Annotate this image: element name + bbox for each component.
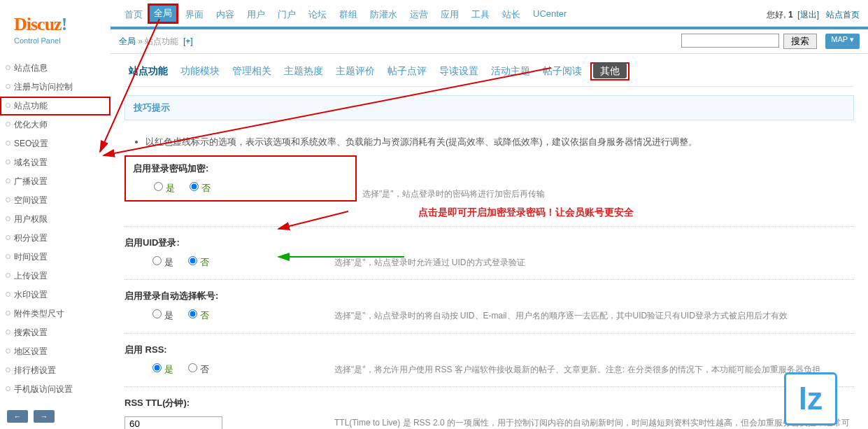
nav-global[interactable]: 全局: [148, 3, 178, 24]
rss-yes[interactable]: 是: [152, 364, 173, 374]
nav-item[interactable]: UCenter: [527, 6, 572, 24]
tab-item[interactable]: 主题热度: [280, 63, 327, 80]
site-home-link[interactable]: 站点首页: [826, 10, 860, 20]
nav-item[interactable]: 界面: [180, 6, 209, 24]
autoacct-yes[interactable]: 是: [152, 310, 173, 321]
sidebar-item[interactable]: 手机版访问设置: [0, 380, 111, 399]
encrypt-no[interactable]: 否: [190, 183, 211, 193]
sidebar-item[interactable]: 域名设置: [0, 153, 111, 172]
tab-item[interactable]: 帖子阅读: [539, 63, 586, 80]
tip-body: 以红色虚线标示的选项，表示该选项和系统效率、负载能力与资源消耗有关(提高效率、或…: [124, 129, 854, 155]
rssttl-label: RSS TTL(分钟):: [124, 397, 854, 409]
logo: Discuz! Control Panel: [0, 0, 111, 52]
nav-item[interactable]: 用户: [241, 6, 271, 24]
sidebar-item[interactable]: 时间设置: [0, 248, 111, 267]
map-button[interactable]: MAP ▾: [825, 34, 860, 49]
rss-desc: 选择"是"，将允许用户使用 RSS 客户端软件接收最新的帖子、文章更新。注意: …: [334, 363, 854, 377]
tab-main[interactable]: 站点功能: [124, 63, 172, 80]
tab-item[interactable]: 活动主题: [487, 63, 534, 80]
tab-item[interactable]: 主题评价: [332, 63, 379, 80]
sidebar-item[interactable]: SEO设置: [0, 134, 111, 153]
sidebar-item[interactable]: 上传设置: [0, 267, 111, 286]
uid-yes[interactable]: 是: [152, 257, 173, 267]
rss-label: 启用 RSS:: [124, 344, 854, 356]
top-nav: 首页 全局 界面 内容 用户 门户 论坛 群组 防灌水 运营 应用 工具 站长 …: [119, 6, 767, 24]
uid-label: 启用UID登录:: [124, 237, 854, 249]
tab-other[interactable]: 其他: [593, 63, 627, 78]
sub-tabs: 站点功能 功能模块 管理相关 主题热度 主题评价 帖子点评 导读设置 活动主题 …: [124, 62, 854, 87]
autoacct-no[interactable]: 否: [188, 310, 209, 321]
uid-no[interactable]: 否: [188, 257, 209, 267]
nav-item[interactable]: 论坛: [303, 6, 332, 24]
logout-link[interactable]: [退出]: [797, 10, 819, 20]
nav-item[interactable]: 门户: [272, 6, 301, 24]
nav-home[interactable]: 首页: [119, 6, 148, 24]
rssttl-input[interactable]: [124, 416, 222, 429]
sidebar-item[interactable]: 积分设置: [0, 229, 111, 248]
encrypt-desc: 选择"是"，站点登录时的密码将进行加密后再传输: [362, 188, 854, 201]
sidebar-item-active[interactable]: 站点功能: [0, 97, 111, 115]
nav-next-icon[interactable]: →: [34, 410, 55, 423]
rssttl-desc: TTL(Time to Live) 是 RSS 2.0 的一项属性，用于控制订阅…: [334, 416, 854, 429]
user-info: 您好, 1 [退出] 站点首页: [767, 9, 860, 21]
tab-item[interactable]: 导读设置: [435, 63, 483, 80]
sidebar-item[interactable]: 排行榜设置: [0, 361, 111, 380]
nav-item[interactable]: 运营: [404, 6, 434, 24]
annotation-note: 点击是即可开启加密登录密码！让会员账号更安全: [418, 206, 854, 219]
encrypt-yes[interactable]: 是: [154, 183, 175, 193]
autoacct-desc: 选择"是"，站点登录时的将自动按 UID、E-mail、用户名的顺序逐一去匹配，…: [334, 309, 854, 323]
sidebar: 站点信息 注册与访问控制 站点功能 优化大师 SEO设置 域名设置 广播设置 空…: [0, 52, 111, 406]
nav-item[interactable]: 站长: [497, 6, 526, 24]
sidebar-item[interactable]: 用户权限: [0, 210, 111, 229]
nav-prev-icon[interactable]: ←: [7, 410, 28, 423]
autoacct-label: 启用登录自动选择帐号:: [124, 290, 854, 302]
nav-item[interactable]: 内容: [211, 6, 240, 24]
nav-item[interactable]: 群组: [334, 6, 363, 24]
nav-item[interactable]: 应用: [435, 6, 464, 24]
tab-item[interactable]: 管理相关: [228, 63, 276, 80]
sidebar-item[interactable]: 广播设置: [0, 172, 111, 191]
encrypt-label: 启用登录密码加密:: [126, 162, 348, 175]
uid-desc: 选择"是"，站点登录时允许通过 UID的方式登录验证: [334, 256, 854, 269]
sidebar-item[interactable]: 站点信息: [0, 59, 111, 78]
search-button[interactable]: 搜索: [783, 34, 817, 49]
sidebar-item[interactable]: 地区设置: [0, 342, 111, 361]
search-input[interactable]: [681, 34, 779, 48]
sidebar-item[interactable]: 优化大师: [0, 115, 111, 134]
breadcrumb: 全局 » 站点功能 [+]: [119, 36, 681, 48]
sidebar-item[interactable]: 空间设置: [0, 191, 111, 210]
sidebar-item[interactable]: 注册与访问控制: [0, 78, 111, 97]
sidebar-item[interactable]: 水印设置: [0, 286, 111, 304]
sidebar-item[interactable]: 附件类型尺寸: [0, 304, 111, 323]
nav-item[interactable]: 防灌水: [364, 6, 403, 24]
tip-box: 技巧提示: [124, 95, 854, 120]
sidebar-item[interactable]: 搜索设置: [0, 323, 111, 342]
tab-item[interactable]: 帖子点评: [383, 63, 431, 80]
watermark: lz DZ起点网 WWW.DZ7.COM.CN: [784, 372, 861, 429]
breadcrumb-plus[interactable]: [+]: [183, 36, 193, 46]
nav-item[interactable]: 工具: [466, 6, 495, 24]
rss-no[interactable]: 否: [188, 364, 209, 374]
tab-item[interactable]: 功能模块: [176, 63, 224, 80]
